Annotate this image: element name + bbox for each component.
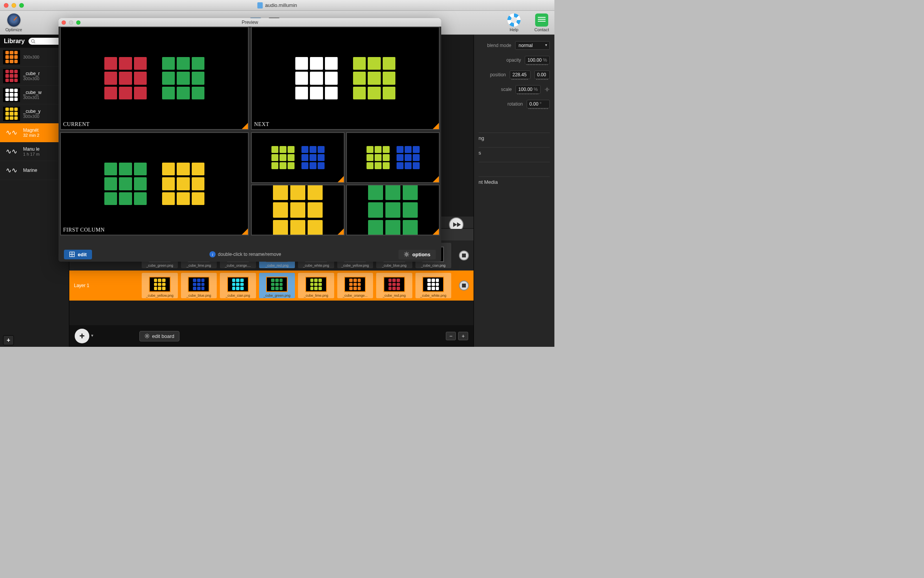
- clip[interactable]: _cube_lime.png: [298, 273, 334, 298]
- preview-options-button[interactable]: options: [398, 250, 436, 259]
- prop-section[interactable]: [479, 162, 550, 173]
- library-item-name: _cube_r: [23, 71, 40, 76]
- opacity-label: opacity: [506, 57, 521, 63]
- corner-indicator-icon: [242, 123, 248, 129]
- clip[interactable]: _cube_red.png: [376, 273, 412, 298]
- library-add-button[interactable]: +: [3, 335, 14, 345]
- clip-label: _cube_yellow.png: [146, 294, 174, 297]
- library-item-sub: 300x300: [23, 114, 40, 119]
- rotation-label: rotation: [507, 101, 523, 107]
- library-thumb: [3, 107, 20, 121]
- help-label: Help: [510, 27, 519, 32]
- lifering-icon: [507, 13, 521, 27]
- layer-row-1: Layer 1 _cube_yellow.png_cube_blue.png_c…: [69, 271, 474, 301]
- contact-icon: [535, 13, 548, 27]
- waveform-icon: ∿∿: [3, 128, 20, 137]
- preview-first-column[interactable]: FIRST COLUMN: [60, 132, 249, 235]
- corner-indicator-icon: [242, 229, 248, 235]
- optimize-label: Optimize: [5, 27, 22, 32]
- clip-label: _cube_yellow.png: [341, 264, 369, 267]
- corner-indicator-icon: [433, 176, 439, 182]
- clip-thumb: [227, 277, 249, 292]
- library-title: Library: [4, 38, 25, 45]
- clip[interactable]: _cube_yellow.png: [142, 273, 178, 298]
- position-x-field[interactable]: 228.45: [510, 71, 531, 79]
- position-y-field[interactable]: 0.00: [534, 71, 550, 79]
- preview-zoom-button[interactable]: [76, 20, 80, 25]
- contact-button[interactable]: Contact: [534, 13, 549, 32]
- svg-line-17: [145, 337, 146, 338]
- edit-board-label: edit board: [152, 333, 174, 339]
- clip[interactable]: _cube_green.png: [259, 273, 295, 298]
- preview-slot[interactable]: [251, 185, 345, 235]
- svg-line-1: [34, 42, 35, 43]
- gear-icon[interactable]: [544, 87, 550, 92]
- library-thumb: [3, 69, 20, 83]
- clip-thumb: [188, 277, 209, 292]
- window-controls: [4, 3, 24, 8]
- clip[interactable]: _cube_orange...: [337, 273, 373, 298]
- library-item-name: _cube_y: [23, 109, 40, 114]
- prop-section[interactable]: nt Media: [479, 176, 550, 187]
- svg-point-10: [146, 335, 148, 337]
- close-button[interactable]: [4, 3, 8, 8]
- preview-edit-button[interactable]: edit: [64, 250, 92, 259]
- preview-current[interactable]: CURRENT: [60, 27, 249, 130]
- corner-indicator-icon: [433, 123, 439, 129]
- svg-point-19: [546, 89, 548, 91]
- opacity-field[interactable]: 100.00 %: [525, 56, 550, 64]
- add-layer-button[interactable]: +: [75, 329, 89, 343]
- lock-icon[interactable]: [103, 283, 108, 288]
- corner-indicator-icon: [338, 229, 344, 235]
- preview-close-button[interactable]: [62, 20, 66, 25]
- svg-line-16: [148, 337, 149, 338]
- zoom-button[interactable]: [19, 3, 24, 8]
- zoom-in-button[interactable]: +: [458, 332, 468, 340]
- library-thumb: [3, 50, 20, 64]
- optimize-button[interactable]: Optimize: [5, 13, 22, 32]
- preview-minimize-button[interactable]: [69, 20, 73, 25]
- library-item-sub: 300x300: [23, 55, 39, 59]
- svg-point-8: [95, 285, 97, 286]
- search-icon: [31, 39, 35, 44]
- window-title-text: audio.millumin: [265, 2, 297, 8]
- clip-label: _cube_blue.png: [382, 264, 407, 267]
- library-item-sub: 32 min 2: [23, 133, 39, 138]
- layer-1-clips: _cube_yellow.png_cube_blue.png_cube_cian…: [139, 273, 454, 298]
- prop-section[interactable]: ng: [479, 133, 550, 143]
- help-button[interactable]: Help: [507, 13, 521, 32]
- blend-mode-select[interactable]: normal: [515, 41, 550, 50]
- svg-line-32: [405, 252, 405, 253]
- library-item-sub: 1 h 17 m: [23, 152, 40, 156]
- prop-section[interactable]: s: [479, 147, 550, 158]
- edit-board-button[interactable]: edit board: [139, 331, 179, 341]
- preview-next[interactable]: NEXT: [251, 27, 440, 130]
- clip[interactable]: _cube_cian.png: [220, 273, 256, 298]
- svg-point-0: [32, 40, 35, 43]
- library-item-name: Manu le: [23, 146, 40, 152]
- library-item-sub: 300x301: [23, 95, 42, 100]
- preview-slot[interactable]: [346, 132, 440, 183]
- eye-icon[interactable]: [93, 282, 99, 289]
- zoom-out-button[interactable]: −: [446, 332, 456, 340]
- preview-titlebar[interactable]: Preview: [59, 18, 441, 27]
- clip[interactable]: _cube_blue.png: [181, 273, 217, 298]
- library-item-name: _cube_w: [23, 90, 42, 95]
- waveform-icon: ∿∿: [3, 166, 20, 175]
- clip-label: _cube_cian.png: [226, 294, 250, 297]
- preview-slot[interactable]: [251, 132, 345, 183]
- minimize-button[interactable]: [12, 3, 16, 8]
- clip-label: _cube_cian.png: [421, 264, 445, 267]
- rotation-field[interactable]: 0.00 °: [527, 100, 550, 108]
- layer-1-name: Layer 1: [74, 283, 89, 288]
- clip-label: _cube_white.png: [420, 294, 446, 297]
- layer-2-stop-button[interactable]: [459, 250, 469, 260]
- layer-1-header[interactable]: Layer 1: [69, 282, 139, 289]
- clip-label: _cube_lime.png: [304, 294, 328, 297]
- scale-field[interactable]: 100.00 %: [516, 85, 541, 94]
- clip-thumb: [422, 277, 444, 292]
- corner-indicator-icon: [433, 229, 439, 235]
- clip[interactable]: _cube_white.png: [415, 273, 452, 298]
- preview-slot[interactable]: [346, 185, 440, 235]
- layer-1-stop-button[interactable]: [459, 281, 469, 291]
